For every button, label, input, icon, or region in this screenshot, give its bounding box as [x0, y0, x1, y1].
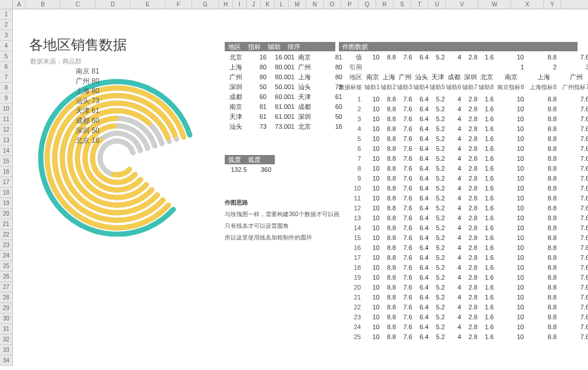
col-header-N[interactable]: N [306, 0, 324, 9]
row-header-23[interactable]: 23 [0, 240, 12, 251]
col-header-O[interactable]: O [324, 0, 341, 9]
big-table-top[interactable]: 值108.87.66.45.242.81.6108.87.6引用123地区南京上… [339, 52, 588, 92]
row-header-6[interactable]: 6 [0, 62, 12, 72]
corner-cell[interactable] [0, 0, 13, 9]
row-header-30[interactable]: 30 [0, 313, 12, 324]
row-header-16[interactable]: 16 [0, 167, 12, 177]
table-row[interactable]: 深圳5050.001汕头73 [225, 82, 345, 92]
table-row[interactable]: 7108.87.66.45.242.81.6108.87.6 [339, 154, 588, 164]
table-row[interactable]: 21108.87.66.45.242.81.6108.87.6 [339, 293, 588, 302]
table-row[interactable]: 地区南京上海广州汕头天津成都深圳北京南京上海广州 [339, 72, 588, 82]
col-header-B[interactable]: B [26, 0, 61, 9]
row-header-21[interactable]: 21 [0, 219, 12, 230]
col-header-H[interactable]: H [219, 0, 233, 9]
row-header-28[interactable]: 28 [0, 293, 12, 303]
col-header-I[interactable]: I [233, 0, 247, 9]
table-row[interactable]: 3108.87.66.45.242.81.6108.87.6 [339, 114, 588, 124]
col-header-M[interactable]: M [289, 0, 306, 9]
row-header-22[interactable]: 22 [0, 230, 12, 240]
row-header-1[interactable]: 1 [0, 9, 12, 20]
col-header-G[interactable]: G [192, 0, 219, 9]
table-row[interactable]: 132.5360 [225, 165, 274, 175]
row-header-18[interactable]: 18 [0, 188, 12, 198]
col-header-W[interactable]: W [479, 0, 511, 9]
col-header-U[interactable]: U [428, 0, 446, 9]
row-header-33[interactable]: 33 [0, 345, 12, 355]
table-row[interactable]: 8108.87.66.45.242.81.6108.87.6 [339, 164, 588, 174]
row-header-3[interactable]: 3 [0, 30, 12, 41]
col-header-A[interactable]: A [13, 0, 26, 9]
table-row[interactable]: 成都6060.001天津61 [225, 92, 345, 102]
worksheet-canvas[interactable]: 各地区销售数据 数据来源：商品部 南京 81广州 80上海 80汕头 73天津 … [13, 9, 588, 370]
row-header-2[interactable]: 2 [0, 20, 12, 30]
row-header-26[interactable]: 26 [0, 272, 12, 282]
table-row[interactable]: 上海8080.001广州80 [225, 62, 345, 72]
row-header-8[interactable]: 8 [0, 83, 12, 93]
big-table-data[interactable]: 1108.87.66.45.242.81.6108.87.62108.87.66… [339, 94, 588, 342]
col-header-K[interactable]: K [261, 0, 275, 9]
table-row[interactable]: 11108.87.66.45.242.81.6108.87.6 [339, 193, 588, 203]
row-header-15[interactable]: 15 [0, 156, 12, 167]
mid-table1[interactable]: 北京1616.001南京81上海8080.001广州80广州8080.001上海… [225, 52, 345, 132]
table-row[interactable]: 24108.87.66.45.242.81.6108.87.6 [339, 322, 588, 332]
col-header-P[interactable]: P [341, 0, 359, 9]
row-header-34[interactable]: 34 [0, 355, 12, 366]
col-header-L[interactable]: L [275, 0, 289, 9]
table-row[interactable]: 6108.87.66.45.242.81.6108.87.6 [339, 144, 588, 154]
table-row[interactable]: 22108.87.66.45.242.81.6108.87.6 [339, 302, 588, 312]
row-header-29[interactable]: 29 [0, 303, 12, 313]
table-row[interactable]: 10108.87.66.45.242.81.6108.87.6 [339, 184, 588, 193]
row-header-27[interactable]: 27 [0, 282, 12, 293]
table-row[interactable]: 17108.87.66.45.242.81.6108.87.6 [339, 253, 588, 263]
table-row[interactable]: 天津6161.001深圳50 [225, 112, 345, 122]
table-row[interactable]: 15108.87.66.45.242.81.6108.87.6 [339, 233, 588, 243]
row-header-5[interactable]: 5 [0, 51, 12, 62]
table-row[interactable]: 北京1616.001南京81 [225, 52, 345, 62]
col-header-V[interactable]: V [446, 0, 479, 9]
row-header-11[interactable]: 11 [0, 114, 12, 125]
row-header-31[interactable]: 31 [0, 324, 12, 334]
row-header-20[interactable]: 20 [0, 209, 12, 219]
table-row[interactable]: 5108.87.66.45.242.81.6108.87.6 [339, 134, 588, 144]
table-row[interactable]: 18108.87.66.45.242.81.6108.87.6 [339, 263, 588, 273]
row-header-32[interactable]: 32 [0, 334, 12, 345]
table-row[interactable]: 16108.87.66.45.242.81.6108.87.6 [339, 243, 588, 253]
table-row[interactable]: 4108.87.66.45.242.81.6108.87.6 [339, 124, 588, 134]
row-header-17[interactable]: 17 [0, 177, 12, 188]
table-row[interactable]: 南京8181.001成都60 [225, 102, 345, 112]
table-row[interactable]: 20108.87.66.45.242.81.6108.87.6 [339, 283, 588, 293]
row-header-14[interactable]: 14 [0, 146, 12, 156]
table-row[interactable]: 23108.87.66.45.242.81.6108.87.6 [339, 312, 588, 322]
col-header-T[interactable]: T [411, 0, 428, 9]
col-header-F[interactable]: F [165, 0, 192, 9]
table-row[interactable]: 值108.87.66.45.242.81.6108.87.6 [339, 52, 588, 62]
table-row[interactable]: 13108.87.66.45.242.81.6108.87.6 [339, 213, 588, 223]
row-header-9[interactable]: 9 [0, 93, 12, 104]
row-header-13[interactable]: 13 [0, 135, 12, 146]
row-header-24[interactable]: 24 [0, 251, 12, 261]
mid-table2[interactable]: 132.5360 [225, 165, 274, 175]
col-header-D[interactable]: D [95, 0, 130, 9]
col-header-E[interactable]: E [130, 0, 165, 9]
col-header-R[interactable]: R [376, 0, 394, 9]
table-row[interactable]: 引用123 [339, 62, 588, 72]
col-header-Y[interactable]: Y [544, 0, 561, 9]
table-row[interactable]: 19108.87.66.45.242.81.6108.87.6 [339, 273, 588, 283]
table-row[interactable]: 25108.87.66.45.242.81.6108.87.6 [339, 332, 588, 342]
table-row[interactable]: 1108.87.66.45.242.81.6108.87.6 [339, 94, 588, 104]
row-header-25[interactable]: 25 [0, 261, 12, 272]
row-header-19[interactable]: 19 [0, 198, 12, 209]
col-header-J[interactable]: J [247, 0, 261, 9]
col-header-S[interactable]: S [394, 0, 411, 9]
col-header-Q[interactable]: Q [359, 0, 376, 9]
table-row[interactable]: 9108.87.66.45.242.81.6108.87.6 [339, 174, 588, 184]
row-header-12[interactable]: 12 [0, 125, 12, 135]
row-header-7[interactable]: 7 [0, 72, 12, 83]
table-row[interactable]: 2108.87.66.45.242.81.6108.87.6 [339, 104, 588, 114]
table-row[interactable]: 12108.87.66.45.242.81.6108.87.6 [339, 203, 588, 213]
table-row[interactable]: 广州8080.001上海80 [225, 72, 345, 82]
col-header-C[interactable]: C [61, 0, 95, 9]
row-header-4[interactable]: 4 [0, 41, 12, 51]
row-header-10[interactable]: 10 [0, 104, 12, 114]
col-header-X[interactable]: X [511, 0, 544, 9]
